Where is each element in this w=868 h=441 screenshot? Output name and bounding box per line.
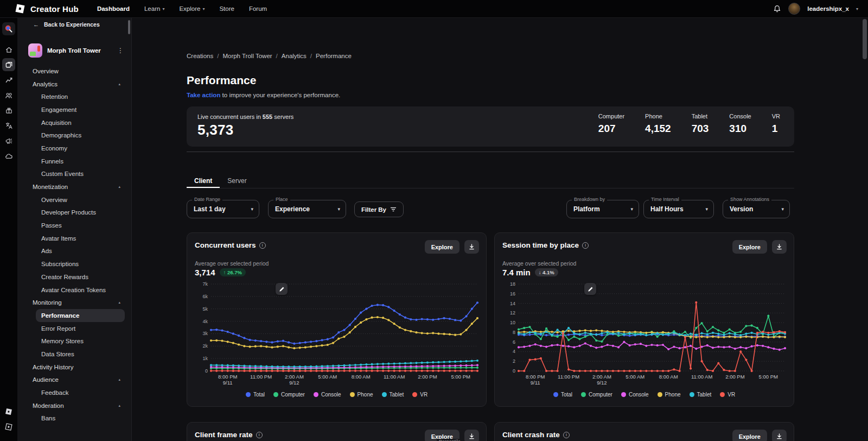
user-avatar[interactable] [788,3,800,15]
download-button[interactable] [464,240,479,254]
sidebar-item-activity-history[interactable]: Activity History [17,361,131,374]
breakdown-by-select[interactable]: Breakdown by Platform ▾ [566,200,639,218]
sidebar-item-analytics[interactable]: Analytics▴ [17,78,131,91]
platform-name: VR [772,113,780,119]
info-icon[interactable]: i [256,432,263,438]
tab-server[interactable]: Server [220,174,254,188]
collapse-caret-icon[interactable]: ▴ [118,377,120,382]
legend-item-total[interactable]: Total [246,392,265,398]
sidebar-item-label: Acquisition [41,119,72,126]
collapse-caret-icon[interactable]: ▴ [118,300,120,305]
legend-item-vr[interactable]: VR [720,392,735,398]
roblox-studio-icon[interactable] [2,420,15,433]
search-icon[interactable] [2,22,15,35]
cloud-services-icon[interactable] [2,149,15,162]
user-menu-caret-icon[interactable]: ▾ [856,7,858,11]
notifications-bell-icon[interactable] [773,5,781,13]
legend-item-tablet[interactable]: Tablet [382,392,404,398]
sidebar-item-monitoring[interactable]: Monitoring▴ [17,296,131,309]
legend-item-tablet[interactable]: Tablet [690,392,712,398]
sidebar-item-bans[interactable]: Bans [17,412,131,425]
collapse-caret-icon[interactable]: ▴ [118,82,120,86]
legend-item-phone[interactable]: Phone [658,392,681,398]
collapse-caret-icon[interactable]: ▴ [118,185,120,189]
legend-item-console[interactable]: Console [314,392,341,398]
legend-item-computer[interactable]: Computer [581,392,612,398]
breadcrumb-item-performance[interactable]: Performance [316,53,352,59]
legend-item-total[interactable]: Total [553,392,572,398]
username[interactable]: leadershipx_x [807,5,849,12]
sidebar-item-moderation[interactable]: Moderation▴ [17,399,131,412]
time-interval-select[interactable]: Time Interval Half Hours ▾ [643,200,714,218]
download-button[interactable] [464,430,479,441]
creations-gallery-icon[interactable] [2,58,15,71]
sidebar-item-subscriptions[interactable]: Subscriptions [17,257,131,270]
sidebar-item-custom-events[interactable]: Custom Events [17,168,131,181]
sidebar-item-passes[interactable]: Passes [17,219,131,232]
collaborators-icon[interactable] [2,89,15,102]
tab-client[interactable]: Client [187,174,220,188]
back-to-experiences-link[interactable]: ← Back to Experiences [33,21,100,28]
sidebar-item-memory-stores[interactable]: Memory Stores [17,335,131,348]
sidebar-item-funnels[interactable]: Funnels [17,155,131,168]
experience-header[interactable]: Morph Troll Tower ⋮ [28,41,127,60]
sidebar-item-avatar-items[interactable]: Avatar Items [17,232,131,245]
promotion-megaphone-icon[interactable] [2,134,15,147]
info-icon[interactable]: i [563,432,570,438]
legend-item-console[interactable]: Console [621,392,649,398]
collapse-caret-icon[interactable]: ▴ [118,404,120,408]
show-annotations-select[interactable]: Show Annotations Version ▾ [723,200,790,218]
sidebar-scrollbar[interactable] [128,20,130,34]
localization-icon[interactable] [2,119,15,132]
breadcrumb-item-analytics[interactable]: Analytics [282,53,307,59]
sidebar-item-error-report[interactable]: Error Report [17,322,131,335]
nav-link-dashboard[interactable]: Dashboard [97,5,130,12]
brand[interactable]: Creator Hub [0,3,79,14]
store-items-icon[interactable] [2,104,15,117]
nav-link-explore[interactable]: Explore▾ [179,5,205,12]
sidebar-item-creator-rewards[interactable]: Creator Rewards [17,270,131,284]
roblox-icon[interactable] [2,405,15,418]
nav-link-forum[interactable]: Forum [249,5,267,12]
date-range-select[interactable]: Date Range Last 1 day ▾ [187,200,259,218]
nav-link-learn[interactable]: Learn▾ [144,5,164,12]
sidebar-item-performance[interactable]: Performance [36,309,125,322]
legend-item-computer[interactable]: Computer [273,392,305,398]
sidebar-item-avatar-creation-tokens[interactable]: Avatar Creation Tokens [17,284,131,297]
sidebar-item-audience[interactable]: Audience▴ [17,374,131,387]
edit-annotation-button[interactable] [276,283,288,295]
sidebar-item-retention[interactable]: Retention [17,90,131,103]
sidebar-item-demographics[interactable]: Demographics [17,129,131,142]
sidebar-item-feedback[interactable]: Feedback [17,386,131,399]
sidebar-item-economy[interactable]: Economy [17,142,131,155]
sidebar-item-overview[interactable]: Overview [17,65,131,78]
legend-item-vr[interactable]: VR [412,392,427,398]
info-icon[interactable]: i [259,242,266,249]
more-options-kebab-icon[interactable]: ⋮ [117,47,124,54]
nav-link-store[interactable]: Store [219,5,234,12]
info-icon[interactable]: i [582,242,589,249]
edit-annotation-button[interactable] [584,283,596,295]
svg-text:4: 4 [513,349,515,354]
explore-button[interactable]: Explore [732,430,767,441]
sidebar-item-acquisition[interactable]: Acquisition [17,116,131,129]
explore-button[interactable]: Explore [425,240,459,254]
filter-by-button[interactable]: Filter By [354,201,404,217]
explore-button[interactable]: Explore [732,240,767,254]
breadcrumb-item-morph-troll-tower[interactable]: Morph Troll Tower [222,53,272,59]
legend-item-phone[interactable]: Phone [350,392,373,398]
sidebar-item-overview[interactable]: Overview [17,193,131,206]
analytics-icon[interactable] [2,73,15,86]
place-select[interactable]: Place Experience ▾ [268,200,346,218]
breadcrumb-item-creations[interactable]: Creations [187,53,213,59]
download-button[interactable] [772,430,787,441]
sidebar-item-developer-products[interactable]: Developer Products [17,206,131,219]
sidebar-item-monetization[interactable]: Monetization▴ [17,180,131,193]
sidebar-item-data-stores[interactable]: Data Stores [17,348,131,361]
sidebar-item-engagement[interactable]: Engagement [17,103,131,116]
home-icon[interactable] [2,43,15,56]
sidebar-item-ads[interactable]: Ads [17,245,131,258]
page-scrollbar[interactable] [863,19,867,59]
take-action-link[interactable]: Take action [187,92,220,98]
download-button[interactable] [772,240,787,254]
